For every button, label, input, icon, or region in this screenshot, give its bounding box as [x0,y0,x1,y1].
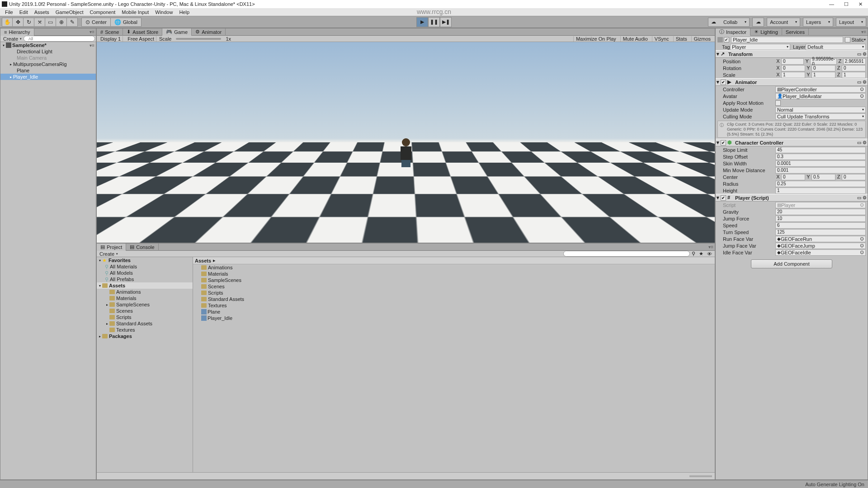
pivot-toggle[interactable]: ⊙ Center [81,18,111,27]
folder-materials[interactable]: Materials [97,295,193,301]
menu-help[interactable]: Help [176,9,193,15]
menu-window[interactable]: Window [152,9,176,15]
item-materials[interactable]: Materials [193,271,715,277]
hierarchy-item-main-camera[interactable]: Main Camera [0,55,96,61]
height-field[interactable]: 1 [775,188,866,194]
project-breadcrumb[interactable]: Assets ▸ [193,257,715,264]
object-name-field[interactable]: Player_Idle [731,37,843,43]
charcontroller-enabled[interactable]: ✔ [721,140,726,145]
gear-icon[interactable]: ▭ ⚙ [857,52,867,56]
services-tab[interactable]: Services [782,28,809,36]
turn-speed-field[interactable]: 125 [775,229,866,235]
static-checkbox[interactable] [845,37,850,42]
folder-samplescenes[interactable]: ▸SampleScenes [97,301,193,308]
scale-tool[interactable]: ⤧ [34,18,45,27]
position-z[interactable]: 2.965591 [843,58,866,65]
hierarchy-item-plane[interactable]: Plane [0,67,96,74]
menu-mobile-input[interactable]: Mobile Input [118,9,152,15]
account-dropdown[interactable]: Account [767,18,800,27]
character-controller-component[interactable]: ▾✔⬢Character Controller▭ ⚙ [716,139,868,146]
project-search-input[interactable] [563,251,690,257]
jump-force-field[interactable]: 10 [775,216,866,222]
item-plane-prefab[interactable]: Plane [193,309,715,315]
fav-all-models[interactable]: ⚲All Models [97,270,193,276]
step-offset-field[interactable]: 0.3 [775,154,866,160]
slope-limit-field[interactable]: 45 [775,147,866,153]
gravity-field[interactable]: 20 [775,209,866,215]
player-script-component[interactable]: ▾✔#Player (Script)▭ ⚙ [716,194,868,202]
menu-file[interactable]: File [2,9,16,15]
rotation-z[interactable]: 0 [842,65,866,71]
min-move-distance-field[interactable]: 0.001 [775,167,866,174]
favorites-root[interactable]: ▾★Favorites [97,257,193,263]
favorite-filter-icon[interactable]: ★ [697,251,705,257]
hierarchy-create-dropdown[interactable]: Create [1,36,24,42]
lighting-tab[interactable]: ☀ Lighting [750,28,782,36]
folder-standard-assets[interactable]: ▸Standard Assets [97,320,193,327]
project-content[interactable]: Assets ▸ Animations Materials SampleScen… [193,257,715,472]
fav-all-materials[interactable]: ⚲All Materials [97,263,193,270]
controller-field[interactable]: ▤ PlayerController⊙ [775,86,866,93]
rotation-x[interactable]: 0 [781,65,805,71]
run-face-var-field[interactable]: ◆ GEOFaceRun⊙ [775,236,866,242]
console-tab[interactable]: ▤ Console [126,244,158,251]
item-player-idle-prefab[interactable]: Player_Idle [193,315,715,321]
gear-icon[interactable]: ▭ ⚙ [857,140,867,145]
item-textures[interactable]: Textures [193,302,715,309]
add-component-button[interactable]: Add Component [751,259,832,268]
close-button[interactable]: ✕ [859,1,863,7]
space-toggle[interactable]: 🌐 Global [111,18,142,27]
animator-enabled[interactable]: ✔ [721,80,726,85]
gear-icon[interactable]: ▭ ⚙ [857,195,867,200]
scale-y[interactable]: 1 [811,72,835,78]
folder-animations[interactable]: Animations [97,289,193,295]
aspect-dropdown[interactable]: Free Aspect [126,36,156,42]
panel-menu-icon[interactable]: ▾≡ [861,29,868,34]
panel-menu-icon[interactable]: ▾≡ [90,29,96,34]
inspector-tab[interactable]: ⓘ Inspector [716,28,750,36]
folder-textures[interactable]: Textures [97,327,193,333]
gizmos-dropdown[interactable]: Gizmos [691,36,713,42]
scale-x[interactable]: 1 [781,72,805,78]
folder-scripts[interactable]: Scripts [97,314,193,320]
avatar-field[interactable]: 👤 Player_IdleAvatar⊙ [775,93,866,99]
rotation-y[interactable]: 0 [811,65,835,71]
hand-tool[interactable]: ✋ [2,18,13,27]
playerscript-enabled[interactable]: ✔ [721,195,726,201]
idle-face-var-field[interactable]: ◆ GEOFaceIdle⊙ [775,249,866,256]
transform-tool[interactable]: ⊕ [56,18,67,27]
step-button[interactable]: ▶❚ [440,17,452,27]
panel-menu-icon[interactable]: ▾≡ [708,244,715,249]
asset-store-tab[interactable]: ⬇ Asset Store [123,28,162,36]
scene-tab[interactable]: # Scene [97,28,123,36]
speed-field[interactable]: 6 [775,222,866,229]
culling-mode-dropdown[interactable]: Cull Update Transforms▾ [775,113,866,120]
hidden-packages-icon[interactable]: 👁 [705,251,714,257]
apply-root-motion-checkbox[interactable] [775,100,781,106]
status-text[interactable]: Auto Generate Lighting On [805,482,864,487]
hierarchy-item-directional-light[interactable]: Directional Light [0,48,96,55]
menu-assets[interactable]: Assets [31,9,52,15]
minimize-button[interactable]: — [829,1,834,7]
project-tab[interactable]: ▤ Project [97,244,126,251]
maximize-on-play-toggle[interactable]: Maximize On Play [573,36,618,42]
item-samplescenes[interactable]: SampleScenes [193,277,715,283]
mute-audio-toggle[interactable]: Mute Audio [620,36,650,42]
menu-edit[interactable]: Edit [16,9,31,15]
stats-toggle[interactable]: Stats [673,36,689,42]
center-z[interactable]: 0 [842,174,866,180]
game-tab[interactable]: 🎮 Game [162,28,192,36]
hierarchy-item-camera-rig[interactable]: ▸MultipurposeCameraRig [0,61,96,67]
item-standard-assets[interactable]: Standard Assets [193,296,715,302]
layers-dropdown[interactable]: Layers [803,18,833,27]
project-tree[interactable]: ▾★Favorites ⚲All Materials ⚲All Models ⚲… [97,257,193,472]
gear-icon[interactable]: ▭ ⚙ [857,80,867,84]
pause-button[interactable]: ❚❚ [428,17,440,27]
custom-tool[interactable]: ✎ [67,18,78,27]
skin-width-field[interactable]: 0.0001 [775,160,866,167]
maximize-button[interactable]: ☐ [844,1,849,7]
menu-component[interactable]: Component [86,9,118,15]
active-checkbox[interactable]: ✔ [724,37,729,42]
item-scenes[interactable]: Scenes [193,283,715,290]
item-scripts[interactable]: Scripts [193,290,715,296]
